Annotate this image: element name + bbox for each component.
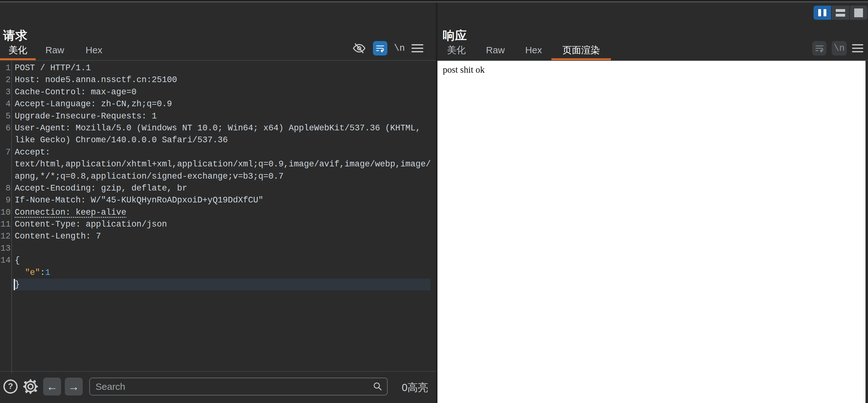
line-number: 12: [0, 230, 11, 242]
line-content: }: [12, 279, 431, 290]
help-icon[interactable]: ?: [2, 378, 19, 395]
line-content: Accept-Encoding: gzip, deflate, br: [11, 182, 436, 194]
code-line[interactable]: 4Accept-Language: zh-CN,zh;q=0.9: [0, 98, 436, 110]
line-number: 4: [0, 98, 11, 110]
response-tabbar: 美化RawHex页面渲染: [441, 44, 611, 58]
code-line[interactable]: 8Accept-Encoding: gzip, deflate, br: [0, 182, 436, 194]
line-number: [0, 279, 11, 290]
request-panel-title: 请求: [3, 28, 28, 44]
highlight-count-label: 0高亮: [402, 372, 428, 403]
split-horizontal-button[interactable]: [832, 6, 849, 20]
line-number: [0, 134, 11, 146]
code-line[interactable]: 13: [0, 242, 436, 255]
request-tabbar: 美化RawHex: [0, 44, 108, 58]
word-wrap-toggle-button-disabled[interactable]: [812, 41, 826, 55]
tab-Raw[interactable]: Raw: [478, 44, 512, 58]
newline-toggle[interactable]: \n: [394, 43, 405, 54]
word-wrap-toggle-button[interactable]: [373, 41, 388, 55]
newline-toggle-disabled[interactable]: \n: [832, 41, 847, 55]
search-input[interactable]: [89, 378, 388, 396]
line-content: Accept:: [11, 146, 436, 158]
line-content: like Gecko) Chrome/140.0.0.0 Safari/537.…: [11, 134, 436, 146]
request-header-icons: \n: [352, 39, 423, 57]
code-line[interactable]: text/html,application/xhtml+xml,applicat…: [0, 158, 436, 170]
code-line[interactable]: 14{: [0, 255, 436, 266]
line-content: Content-Length: 7: [11, 230, 436, 242]
response-panel: 响应 美化RawHex页面渲染 \n post shit ok: [437, 2, 868, 403]
tab-页面渲染[interactable]: 页面渲染: [551, 44, 611, 58]
request-editor[interactable]: 1POST / HTTP/1.12Host: node5.anna.nssctf…: [0, 61, 436, 374]
line-content: {: [11, 255, 436, 266]
code-line[interactable]: apng,*/*;q=0.8,application/signed-exchan…: [0, 171, 436, 182]
code-line[interactable]: 2Host: node5.anna.nssctf.cn:25100: [0, 74, 436, 86]
search-icon[interactable]: [372, 381, 383, 392]
search-next-button[interactable]: →: [65, 378, 83, 396]
line-number: 5: [0, 110, 11, 122]
line-content: Host: node5.anna.nssctf.cn:25100: [11, 74, 436, 86]
line-number: 13: [0, 242, 11, 255]
response-rendered-text: post shit ok: [443, 64, 485, 75]
line-number: 9: [0, 194, 11, 206]
tab-Raw[interactable]: Raw: [41, 44, 69, 58]
line-number: 7: [0, 146, 11, 158]
line-content: "e":1: [11, 267, 436, 279]
search-prev-button[interactable]: ←: [43, 378, 61, 396]
line-content: apng,*/*;q=0.8,application/signed-exchan…: [11, 171, 436, 182]
menu-icon[interactable]: [411, 44, 423, 52]
tab-美化[interactable]: 美化: [441, 44, 471, 58]
line-content: User-Agent: Mozilla/5.0 (Windows NT 10.0…: [11, 122, 436, 134]
search-box: [89, 378, 388, 396]
line-number: 8: [0, 182, 11, 194]
code-line[interactable]: }: [0, 279, 436, 290]
code-line[interactable]: 6User-Agent: Mozilla/5.0 (Windows NT 10.…: [0, 122, 436, 134]
line-content: Cache-Control: max-age=0: [11, 86, 436, 98]
response-panel-title: 响应: [443, 28, 467, 44]
line-content: POST / HTTP/1.1: [11, 62, 436, 74]
code-line[interactable]: 1POST / HTTP/1.1: [0, 62, 436, 74]
tab-Hex[interactable]: Hex: [80, 44, 108, 58]
line-number: [0, 158, 11, 170]
line-content: Upgrade-Insecure-Requests: 1: [11, 110, 436, 122]
code-line[interactable]: 9If-None-Match: W/"45-KUkQHynRoADpxoiD+y…: [0, 194, 436, 206]
line-number: 11: [0, 219, 11, 230]
request-code-rows: 1POST / HTTP/1.12Host: node5.anna.nssctf…: [0, 62, 436, 290]
code-line[interactable]: "e":1: [0, 267, 436, 279]
line-number: 2: [0, 74, 11, 86]
single-view-button[interactable]: [850, 6, 867, 20]
code-line[interactable]: 3Cache-Control: max-age=0: [0, 86, 436, 98]
line-content: Connection: keep-alive: [11, 206, 436, 219]
code-line[interactable]: 11Content-Type: application/json: [0, 219, 436, 230]
line-number: 10: [0, 206, 11, 219]
line-number: 1: [0, 62, 11, 74]
line-number: [0, 171, 11, 182]
response-header-icons: \n: [812, 39, 863, 57]
pause-intercept-button[interactable]: [813, 6, 831, 20]
line-content: text/html,application/xhtml+xml,applicat…: [11, 158, 436, 170]
line-number: 6: [0, 122, 11, 134]
code-line[interactable]: 10Connection: keep-alive: [0, 206, 436, 219]
request-statusbar: ? ← → 0高亮: [0, 371, 436, 403]
line-content: Content-Type: application/json: [11, 219, 436, 230]
tab-美化[interactable]: 美化: [0, 44, 36, 58]
code-line[interactable]: 12Content-Length: 7: [0, 230, 436, 242]
code-line[interactable]: 5Upgrade-Insecure-Requests: 1: [0, 110, 436, 122]
text-cursor: [14, 279, 15, 290]
view-layout-controls: [813, 6, 867, 20]
tab-Hex[interactable]: Hex: [518, 44, 549, 58]
line-number: [0, 267, 11, 279]
line-content: If-None-Match: W/"45-KUkQHynRoADpxoiD+yQ…: [11, 194, 436, 206]
line-content: [11, 242, 436, 255]
line-content: Accept-Language: zh-CN,zh;q=0.9: [11, 98, 436, 110]
line-number: 14: [0, 255, 11, 266]
gear-icon[interactable]: [22, 378, 39, 395]
line-number: 3: [0, 86, 11, 98]
code-line[interactable]: like Gecko) Chrome/140.0.0.0 Safari/537.…: [0, 134, 436, 146]
eye-off-icon[interactable]: [352, 41, 366, 55]
menu-icon[interactable]: [852, 44, 863, 52]
response-render-view: post shit ok: [437, 61, 866, 403]
code-line[interactable]: 7Accept:: [0, 146, 436, 158]
request-panel: 请求 美化RawHex \n 1POST / HTTP/1.12Host: no…: [0, 2, 436, 403]
svg-text:?: ?: [8, 381, 13, 391]
